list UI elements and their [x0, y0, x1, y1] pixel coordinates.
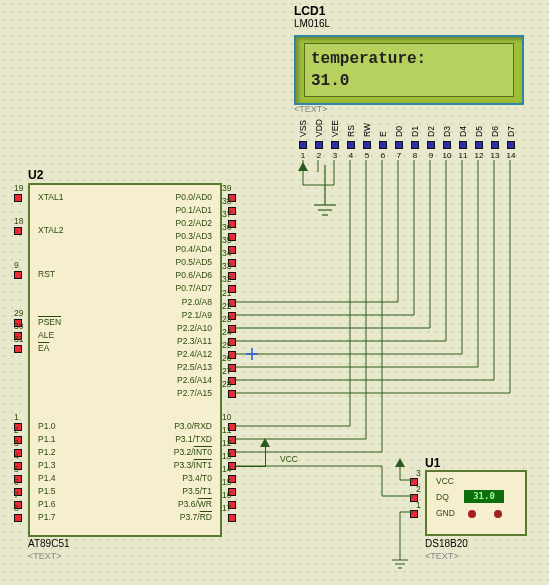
sensor-adjust-down[interactable] [468, 510, 476, 518]
mcu-pin-num: 16 [222, 490, 231, 500]
mcu-pin-num: 25 [222, 340, 231, 350]
mcu-pin-num: 28 [222, 379, 231, 389]
pin-terminal-icon[interactable] [475, 141, 483, 149]
pin-terminal-icon[interactable] [14, 194, 22, 202]
mcu-pin-label: PSEN [38, 317, 61, 327]
pin-terminal-icon[interactable] [14, 227, 22, 235]
mcu-pin-num: 29 [14, 308, 23, 318]
wire [234, 466, 266, 467]
lcd-line2: 31.0 [311, 70, 507, 92]
pin-terminal-icon[interactable] [507, 141, 515, 149]
mcu-pin-num: 6 [14, 477, 19, 487]
sensor-adjust-up[interactable] [494, 510, 502, 518]
lcd-pin: D512 [471, 115, 487, 160]
lcd-ref: LCD1 [294, 4, 325, 18]
mcu-ref: U2 [28, 168, 43, 182]
lcd-pin: D714 [503, 115, 519, 160]
pin-terminal-icon[interactable] [379, 141, 387, 149]
mcu-pin-num: 36 [222, 222, 231, 232]
lcd-pin-num: 12 [475, 151, 484, 160]
lcd-pin: D613 [487, 115, 503, 160]
sensor-pin-num: 3 [416, 468, 421, 478]
mcu-pin-num: 31 [14, 334, 23, 344]
mcu-pin-num: 3 [14, 438, 19, 448]
pin-terminal-icon[interactable] [395, 141, 403, 149]
lcd-pin-num: 6 [381, 151, 385, 160]
pin-terminal-icon[interactable] [427, 141, 435, 149]
lcd-pin-label: D6 [490, 115, 500, 137]
pin-terminal-icon[interactable] [299, 141, 307, 149]
lcd-pin-label: RS [346, 115, 356, 137]
mcu-pin-num: 38 [222, 196, 231, 206]
mcu-pin-label: P2.1/A9 [156, 310, 212, 320]
mcu-pin-num: 35 [222, 235, 231, 245]
mcu-pin-label: P3.0/RXD [156, 421, 212, 431]
lcd-pin-label: VSS [298, 115, 308, 137]
lcd-pin-label: VDD [314, 115, 324, 137]
pin-terminal-icon[interactable] [347, 141, 355, 149]
mcu-pin-num: 12 [222, 438, 231, 448]
mcu-pin-label: P1.1 [38, 434, 56, 444]
pin-terminal-icon[interactable] [14, 514, 22, 522]
lcd-pin: VEE3 [327, 115, 343, 160]
mcu-pin-num: 15 [222, 477, 231, 487]
mcu-pin-num: 22 [222, 301, 231, 311]
pin-terminal-icon[interactable] [315, 141, 323, 149]
pin-terminal-icon[interactable] [491, 141, 499, 149]
mcu-pin-num: 13 [222, 451, 231, 461]
pin-terminal-icon[interactable] [331, 141, 339, 149]
mcu-pin-num: 1 [14, 412, 19, 422]
pin-terminal-icon[interactable] [228, 390, 236, 398]
mcu-pin-label: P1.0 [38, 421, 56, 431]
pin-terminal-icon[interactable] [14, 271, 22, 279]
sensor-model: DS18B20 [425, 538, 468, 549]
lcd-model: LM016L [294, 18, 330, 29]
mcu-pin-label: P0.5/AD5 [156, 257, 212, 267]
lcd-pin: RW5 [359, 115, 375, 160]
mcu-pin-num: 2 [14, 425, 19, 435]
lcd-pin: D18 [407, 115, 423, 160]
sensor-text-placeholder: <TEXT> [425, 551, 459, 561]
mcu-pin-label: P1.6 [38, 499, 56, 509]
mcu-pin-label: P3.3/INT1 [156, 460, 212, 470]
sensor-reading: 31.0 [464, 490, 504, 503]
sensor-ref: U1 [425, 456, 440, 470]
mcu-pin-num: 32 [222, 274, 231, 284]
lcd-component[interactable]: temperature: 31.0 [294, 35, 524, 105]
mcu-pin-num: 27 [222, 366, 231, 376]
mcu-pin-label: P1.2 [38, 447, 56, 457]
pin-terminal-icon[interactable] [443, 141, 451, 149]
pin-terminal-icon[interactable] [459, 141, 467, 149]
mcu-pin-label: RST [38, 269, 55, 279]
lcd-pin-num: 11 [459, 151, 468, 160]
lcd-pin-num: 2 [317, 151, 321, 160]
mcu-pin-label: P0.0/AD0 [156, 192, 212, 202]
sensor-pin-num: 2 [416, 484, 421, 494]
lcd-pin: D310 [439, 115, 455, 160]
mcu-pin-label: P2.5/A13 [156, 362, 212, 372]
mcu-pin-num: 19 [14, 183, 23, 193]
pin-terminal-icon[interactable] [411, 141, 419, 149]
pin-terminal-icon[interactable] [14, 345, 22, 353]
mcu-pin-label: P1.7 [38, 512, 56, 522]
lcd-pin-num: 7 [397, 151, 401, 160]
mcu-pin-label: P3.7/RD [156, 512, 212, 522]
mcu-pin-num: 11 [222, 425, 231, 435]
mcu-pin-num: 23 [222, 314, 231, 324]
mcu-pin-num: 14 [222, 464, 231, 474]
pin-terminal-icon[interactable] [410, 510, 418, 518]
lcd-pin-num: 3 [333, 151, 337, 160]
lcd-pin-num: 8 [413, 151, 417, 160]
mcu-pin-num: 10 [222, 412, 231, 422]
mcu-pin-num: 8 [14, 503, 19, 513]
mcu-pin-num: 34 [222, 248, 231, 258]
mcu-pin-label: P2.6/A14 [156, 375, 212, 385]
mcu-pin-num: 17 [222, 503, 231, 513]
mcu-pin-label: XTAL1 [38, 192, 63, 202]
lcd-pin-label: E [378, 115, 388, 137]
sensor-pin-label: VCC [436, 476, 454, 486]
pin-terminal-icon[interactable] [363, 141, 371, 149]
pin-terminal-icon[interactable] [228, 514, 236, 522]
mcu-pin-label: XTAL2 [38, 225, 63, 235]
mcu-pin-label: P1.5 [38, 486, 56, 496]
